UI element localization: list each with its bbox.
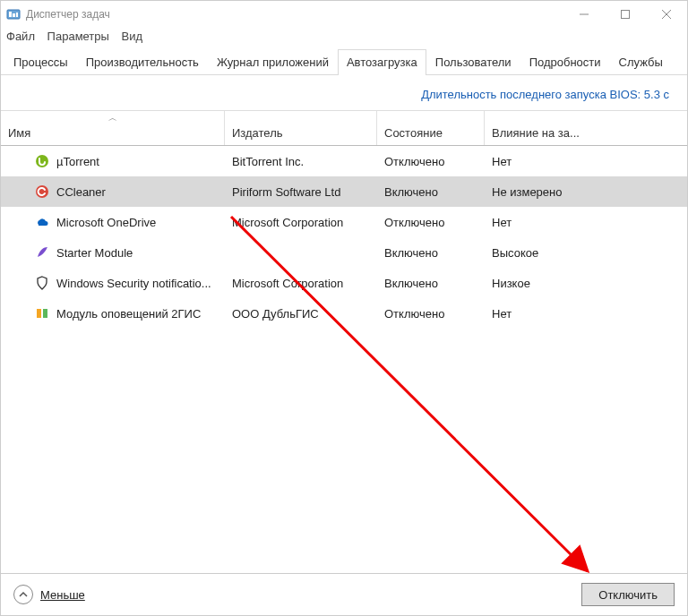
row-name: Модуль оповещений 2ГИС (56, 307, 201, 321)
onedrive-icon (35, 215, 49, 229)
disable-button[interactable]: Отключить (581, 583, 675, 606)
row-status: Отключено (377, 155, 485, 168)
disable-button-label: Отключить (598, 588, 658, 602)
table-row[interactable]: µTorrentBitTorrent Inc.ОтключеноНет (1, 146, 687, 176)
header-publisher-label: Издатель (232, 126, 283, 140)
tab-1[interactable]: Производительность (77, 49, 208, 75)
svg-rect-3 (16, 13, 18, 17)
header-name[interactable]: ︿ Имя (1, 111, 225, 145)
window-title: Диспетчер задач (26, 8, 563, 21)
row-publisher: Piriform Software Ltd (225, 185, 377, 199)
header-status-label: Состояние (384, 126, 443, 140)
row-impact: Высокое (485, 246, 687, 260)
tab-5[interactable]: Подробности (520, 49, 610, 75)
header-impact-label: Влияние на за... (492, 126, 580, 140)
table-row[interactable]: Модуль оповещений 2ГИСООО ДубльГИСОтключ… (1, 298, 687, 329)
row-status: Включено (377, 246, 485, 260)
header-name-label: Имя (8, 126, 30, 140)
header-publisher[interactable]: Издатель (225, 111, 377, 145)
row-publisher: Microsoft Corporation (225, 216, 377, 229)
app-icon (6, 7, 21, 21)
maximize-button[interactable] (605, 1, 646, 28)
footer: Меньше Отключить (1, 573, 687, 615)
row-publisher: Microsoft Corporation (225, 277, 377, 290)
minimize-button[interactable] (563, 1, 605, 28)
row-status: Включено (377, 277, 485, 290)
row-name: CCleaner (56, 185, 106, 199)
feather-icon (35, 245, 49, 260)
tabs: ПроцессыПроизводительностьЖурнал приложе… (1, 48, 687, 75)
row-impact: Нет (485, 216, 687, 229)
header-impact[interactable]: Влияние на за... (485, 111, 687, 145)
row-publisher: BitTorrent Inc. (225, 155, 377, 168)
2gis-icon (35, 306, 49, 321)
shield-icon (35, 276, 49, 290)
startup-list: µTorrentBitTorrent Inc.ОтключеноНетCClea… (1, 146, 687, 573)
column-headers: ︿ Имя Издатель Состояние Влияние на за..… (1, 110, 687, 146)
svg-rect-1 (9, 12, 12, 17)
svg-rect-5 (622, 11, 630, 19)
ccleaner-icon (35, 184, 49, 199)
row-name: Windows Security notificatio... (56, 277, 211, 290)
row-name: Microsoft OneDrive (56, 216, 156, 229)
fewer-details-button[interactable]: Меньше (13, 585, 85, 604)
row-name: Starter Module (56, 246, 133, 260)
chevron-up-icon (13, 585, 33, 604)
table-row[interactable]: CCleanerPiriform Software LtdВключеноНе … (1, 176, 687, 207)
close-button[interactable] (646, 1, 687, 28)
table-row[interactable]: Starter ModuleВключеноВысокое (1, 237, 687, 268)
row-status: Отключено (377, 216, 485, 229)
tab-0[interactable]: Процессы (4, 49, 77, 75)
table-row[interactable]: Microsoft OneDriveMicrosoft CorporationО… (1, 207, 687, 237)
menu-options[interactable]: Параметры (47, 30, 109, 43)
row-impact: Низкое (485, 277, 687, 290)
row-publisher: ООО ДубльГИС (225, 307, 377, 321)
tab-2[interactable]: Журнал приложений (208, 49, 338, 75)
table-row[interactable]: Windows Security notificatio...Microsoft… (1, 268, 687, 298)
header-status[interactable]: Состояние (377, 111, 485, 145)
window-controls (563, 1, 687, 28)
tab-3[interactable]: Автозагрузка (338, 49, 426, 75)
tab-4[interactable]: Пользователи (426, 49, 520, 75)
bios-label: Длительность последнего запуска BIOS: (421, 88, 641, 101)
titlebar: Диспетчер задач (1, 1, 687, 28)
row-impact: Нет (485, 307, 687, 321)
utorrent-icon (35, 154, 49, 168)
row-impact: Не измерено (485, 185, 687, 199)
menu-view[interactable]: Вид (122, 30, 143, 43)
bios-value: 5.3 с (644, 88, 669, 101)
menu-file[interactable]: Файл (6, 30, 35, 43)
fewer-label: Меньше (40, 588, 85, 602)
sort-caret-icon: ︿ (108, 112, 117, 124)
tab-6[interactable]: Службы (610, 49, 672, 75)
row-status: Включено (377, 185, 485, 199)
row-impact: Нет (485, 155, 687, 168)
bios-line: Длительность последнего запуска BIOS: 5.… (1, 75, 687, 110)
svg-rect-11 (43, 309, 47, 318)
row-status: Отключено (377, 307, 485, 321)
svg-rect-2 (13, 13, 15, 17)
row-name: µTorrent (56, 155, 99, 168)
svg-rect-10 (37, 309, 41, 318)
menubar: Файл Параметры Вид (1, 28, 687, 48)
